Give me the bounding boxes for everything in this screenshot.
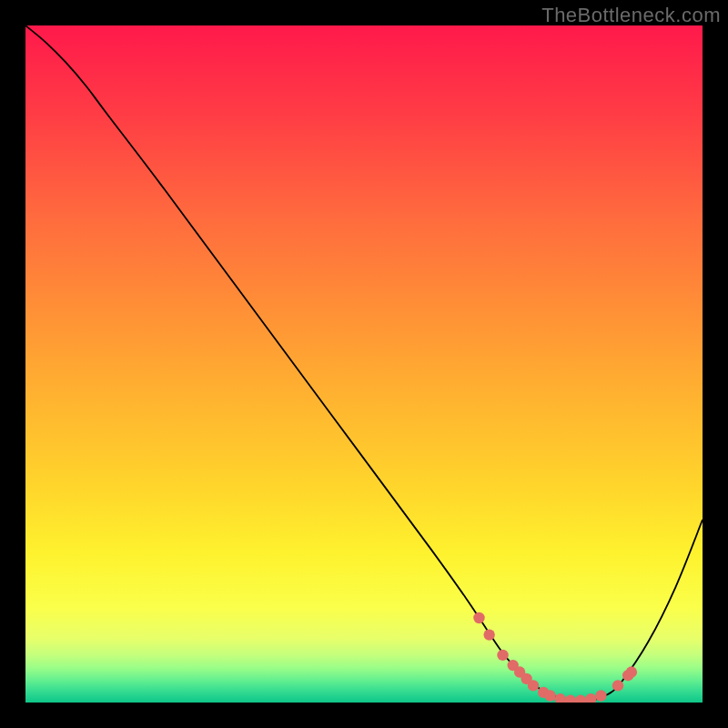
marker-dot (473, 612, 484, 623)
gradient-bg (25, 25, 703, 703)
chart-container: TheBottleneck.com (0, 0, 728, 728)
watermark-text: TheBottleneck.com (541, 4, 721, 27)
marker-dot (595, 690, 606, 701)
marker-dot (497, 650, 508, 661)
marker-dot (483, 629, 494, 640)
chart-svg (25, 25, 703, 703)
marker-dot (626, 666, 637, 677)
marker-dot (528, 680, 539, 691)
marker-dot (544, 690, 555, 701)
plot-area (25, 25, 703, 703)
marker-dot (612, 680, 623, 691)
